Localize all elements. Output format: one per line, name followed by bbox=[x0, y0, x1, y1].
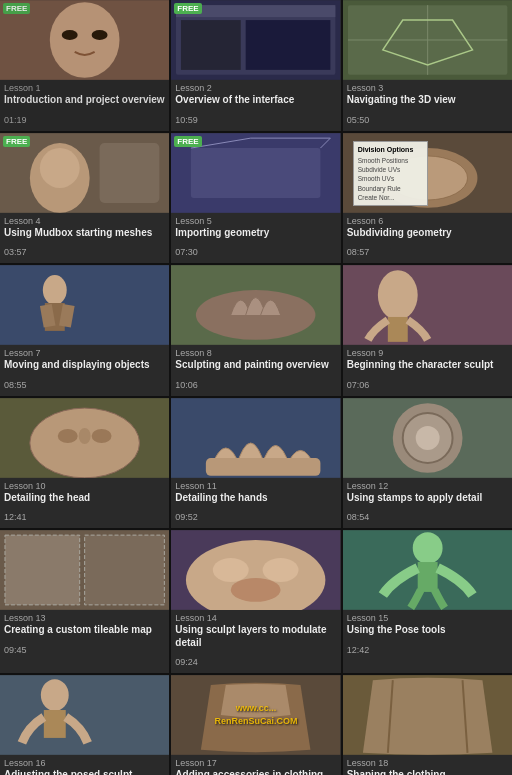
lesson-duration: 08:55 bbox=[4, 380, 27, 390]
popup-item: Subdivide UVs bbox=[358, 165, 423, 174]
free-badge: FREE bbox=[3, 3, 30, 14]
lesson-info-1: Lesson 1 Introduction and project overvi… bbox=[0, 80, 169, 131]
thumbnail-15 bbox=[343, 530, 512, 610]
popup-item: Create Nor... bbox=[358, 193, 423, 202]
svg-rect-35 bbox=[387, 317, 407, 342]
lesson-card-10[interactable]: Lesson 10 Detailing the head 12:41 bbox=[0, 398, 169, 529]
thumbnail-6: Division Options Smooth PositionsSubdivi… bbox=[343, 133, 512, 213]
popup-item: Boundary Rule bbox=[358, 184, 423, 193]
lesson-duration: 09:45 bbox=[4, 645, 27, 655]
popup-title: Division Options bbox=[358, 145, 423, 155]
svg-point-61 bbox=[41, 679, 69, 711]
lesson-info-18: Lesson 18 Shaping the clothing 08:10 bbox=[343, 755, 512, 775]
lesson-card-11[interactable]: Lesson 11 Detailing the hands 09:52 bbox=[171, 398, 340, 529]
svg-rect-8 bbox=[246, 20, 331, 70]
thumbnail-14 bbox=[171, 530, 340, 610]
lesson-title: Creating a custom tileable map bbox=[4, 624, 165, 637]
lesson-duration: 03:57 bbox=[4, 247, 27, 257]
lesson-info-17: Lesson 17 Adding accessories in clothing… bbox=[171, 755, 340, 775]
svg-point-46 bbox=[415, 426, 439, 450]
lesson-duration: 07:30 bbox=[175, 247, 198, 257]
svg-point-39 bbox=[92, 429, 112, 443]
lesson-info-15: Lesson 15 Using the Pose tools 12:42 bbox=[343, 610, 512, 661]
lesson-card-7[interactable]: Lesson 7 Moving and displaying objects 0… bbox=[0, 265, 169, 396]
lesson-title: Shaping the clothing bbox=[347, 769, 508, 775]
popup-item: Smooth Positions bbox=[358, 156, 423, 165]
lesson-info-12: Lesson 12 Using stamps to apply detail 0… bbox=[343, 478, 512, 529]
lesson-info-14: Lesson 14 Using sculpt layers to modulat… bbox=[171, 610, 340, 673]
lesson-card-13[interactable]: Lesson 13 Creating a custom tileable map… bbox=[0, 530, 169, 673]
lesson-info-10: Lesson 10 Detailing the head 12:41 bbox=[0, 478, 169, 529]
lesson-number: Lesson 16 bbox=[4, 758, 165, 768]
lesson-card-18[interactable]: Lesson 18 Shaping the clothing 08:10 bbox=[343, 675, 512, 775]
lesson-title: Adjusting the posed sculpt bbox=[4, 769, 165, 775]
popup-overlay: Division Options Smooth PositionsSubdivi… bbox=[353, 141, 428, 206]
free-badge: FREE bbox=[174, 136, 201, 147]
popup-item: Smooth UVs bbox=[358, 174, 423, 183]
lesson-number: Lesson 7 bbox=[4, 348, 165, 358]
lesson-duration: 05:50 bbox=[347, 115, 370, 125]
lesson-duration: 09:52 bbox=[175, 512, 198, 522]
lesson-number: Lesson 10 bbox=[4, 481, 165, 491]
lesson-card-3[interactable]: Lesson 3 Navigating the 3D view 05:50 bbox=[343, 0, 512, 131]
lesson-title: Detailing the hands bbox=[175, 492, 336, 505]
svg-rect-7 bbox=[181, 20, 241, 70]
lesson-duration: 10:06 bbox=[175, 380, 198, 390]
svg-rect-48 bbox=[5, 535, 80, 605]
lesson-number: Lesson 1 bbox=[4, 83, 165, 93]
svg-point-1 bbox=[50, 2, 120, 78]
lesson-title: Subdividing geometry bbox=[347, 227, 508, 240]
lesson-title: Sculpting and painting overview bbox=[175, 359, 336, 372]
svg-rect-19 bbox=[191, 148, 320, 198]
lesson-number: Lesson 4 bbox=[4, 216, 165, 226]
lesson-card-9[interactable]: Lesson 9 Beginning the character sculpt … bbox=[343, 265, 512, 396]
lesson-card-16[interactable]: Lesson 16 Adjusting the posed sculpt 06:… bbox=[0, 675, 169, 775]
lesson-card-12[interactable]: Lesson 12 Using stamps to apply detail 0… bbox=[343, 398, 512, 529]
lesson-info-16: Lesson 16 Adjusting the posed sculpt 06:… bbox=[0, 755, 169, 775]
lesson-info-7: Lesson 7 Moving and displaying objects 0… bbox=[0, 345, 169, 396]
lesson-info-9: Lesson 9 Beginning the character sculpt … bbox=[343, 345, 512, 396]
svg-point-2 bbox=[62, 30, 78, 40]
lesson-card-1[interactable]: FREE Lesson 1 Introduction and project o… bbox=[0, 0, 169, 131]
lesson-info-5: Lesson 5 Importing geometry 07:30 bbox=[171, 213, 340, 264]
lesson-card-17[interactable]: www.cc...RenRenSuCai.COM Lesson 17 Addin… bbox=[171, 675, 340, 775]
lesson-duration: 01:19 bbox=[4, 115, 27, 125]
lesson-card-2[interactable]: FREE Lesson 2 Overview of the interface … bbox=[171, 0, 340, 131]
lesson-number: Lesson 11 bbox=[175, 481, 336, 491]
lesson-number: Lesson 5 bbox=[175, 216, 336, 226]
svg-point-40 bbox=[79, 428, 91, 444]
lesson-number: Lesson 15 bbox=[347, 613, 508, 623]
free-badge: FREE bbox=[3, 136, 30, 147]
lesson-card-15[interactable]: Lesson 15 Using the Pose tools 12:42 bbox=[343, 530, 512, 673]
lesson-number: Lesson 18 bbox=[347, 758, 508, 768]
lesson-card-5[interactable]: FREE Lesson 5 Importing geometry 07:30 bbox=[171, 133, 340, 264]
svg-point-58 bbox=[412, 532, 442, 564]
lesson-title: Beginning the character sculpt bbox=[347, 359, 508, 372]
lesson-duration: 08:57 bbox=[347, 247, 370, 257]
thumbnail-4: FREE bbox=[0, 133, 169, 213]
lesson-duration: 07:06 bbox=[347, 380, 370, 390]
lesson-info-2: Lesson 2 Overview of the interface 10:59 bbox=[171, 80, 340, 131]
lesson-title: Navigating the 3D view bbox=[347, 94, 508, 107]
svg-point-27 bbox=[43, 275, 67, 305]
svg-point-54 bbox=[213, 558, 249, 582]
lesson-duration: 12:41 bbox=[4, 512, 27, 522]
lesson-card-4[interactable]: FREE Lesson 4 Using Mudbox starting mesh… bbox=[0, 133, 169, 264]
lesson-card-14[interactable]: Lesson 14 Using sculpt layers to modulat… bbox=[171, 530, 340, 673]
lesson-duration: 09:24 bbox=[175, 657, 198, 667]
lesson-number: Lesson 17 bbox=[175, 758, 336, 768]
lesson-number: Lesson 14 bbox=[175, 613, 336, 623]
lesson-card-8[interactable]: Lesson 8 Sculpting and painting overview… bbox=[171, 265, 340, 396]
lesson-card-6[interactable]: Division Options Smooth PositionsSubdivi… bbox=[343, 133, 512, 264]
lesson-info-6: Lesson 6 Subdividing geometry 08:57 bbox=[343, 213, 512, 264]
lessons-grid: FREE Lesson 1 Introduction and project o… bbox=[0, 0, 512, 775]
lesson-title: Using stamps to apply detail bbox=[347, 492, 508, 505]
svg-rect-17 bbox=[100, 143, 160, 203]
watermark: www.cc...RenRenSuCai.COM bbox=[214, 702, 297, 727]
lesson-number: Lesson 8 bbox=[175, 348, 336, 358]
thumbnail-5: FREE bbox=[171, 133, 340, 213]
lesson-number: Lesson 12 bbox=[347, 481, 508, 491]
thumbnail-12 bbox=[343, 398, 512, 478]
lesson-title: Using the Pose tools bbox=[347, 624, 508, 637]
thumbnail-2: FREE bbox=[171, 0, 340, 80]
